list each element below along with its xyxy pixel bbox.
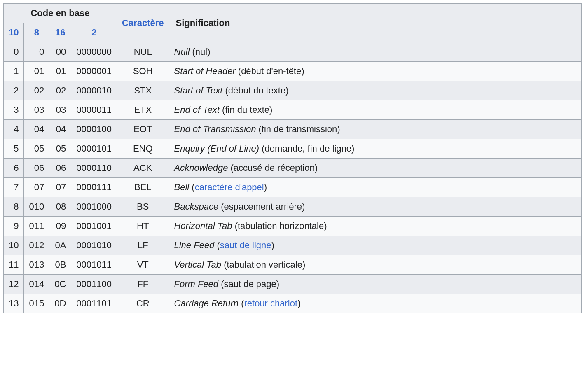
sig-text: (demande, fin de ligne) xyxy=(259,143,354,154)
cell-bin: 0001010 xyxy=(71,236,117,255)
sig-text: (début d'en-tête) xyxy=(236,66,304,76)
cell-bin: 0000111 xyxy=(71,178,117,197)
cell-dec: 11 xyxy=(4,255,24,275)
header-signification: Signification xyxy=(169,4,582,42)
cell-signification: Start of Header (début d'en-tête) xyxy=(169,62,582,81)
cell-char: EOT xyxy=(117,120,169,139)
cell-bin: 0000101 xyxy=(71,139,117,159)
sig-link[interactable]: saut de ligne xyxy=(220,240,271,250)
sig-italic: Start of Header xyxy=(174,66,236,76)
header-base8-link[interactable]: 8 xyxy=(34,27,39,37)
cell-signification: End of Text (fin du texte) xyxy=(169,100,582,120)
cell-hex: 01 xyxy=(49,62,71,81)
cell-bin: 0000110 xyxy=(71,159,117,178)
cell-dec: 2 xyxy=(4,81,24,100)
cell-dec: 6 xyxy=(4,159,24,178)
header-base10-link[interactable]: 10 xyxy=(9,27,19,37)
cell-signification: Vertical Tab (tabulation verticale) xyxy=(169,255,582,275)
cell-hex: 09 xyxy=(49,217,71,236)
cell-dec: 3 xyxy=(4,100,24,120)
cell-dec: 5 xyxy=(4,139,24,159)
cell-bin: 0001000 xyxy=(71,197,117,217)
cell-char: BEL xyxy=(117,178,169,197)
sig-italic: Horizontal Tab xyxy=(174,221,232,231)
sig-text-post: ) xyxy=(297,298,300,308)
cell-bin: 0000000 xyxy=(71,42,117,62)
sig-text: (fin de transmission) xyxy=(256,124,340,134)
table-row: 100120A0001010LFLine Feed (saut de ligne… xyxy=(4,236,582,255)
sig-link[interactable]: caractère d'appel xyxy=(195,182,264,192)
cell-oct: 010 xyxy=(24,197,49,217)
header-base16-link[interactable]: 16 xyxy=(55,27,65,37)
sig-italic: Start of Text xyxy=(174,85,223,96)
sig-text-post: ) xyxy=(271,240,274,250)
table-row: 9011090001001HTHorizontal Tab (tabulatio… xyxy=(4,217,582,236)
cell-signification: Start of Text (début du texte) xyxy=(169,81,582,100)
table-row: 707070000111BELBell (caractère d'appel) xyxy=(4,178,582,197)
cell-signification: Backspace (espacement arrière) xyxy=(169,197,582,217)
cell-dec: 10 xyxy=(4,236,24,255)
table-row: 101010000001SOHStart of Header (début d'… xyxy=(4,62,582,81)
cell-oct: 06 xyxy=(24,159,49,178)
sig-italic: Backspace xyxy=(174,201,219,212)
cell-char: ENQ xyxy=(117,139,169,159)
cell-hex: 00 xyxy=(49,42,71,62)
cell-hex: 05 xyxy=(49,139,71,159)
sig-text: (espacement arrière) xyxy=(218,201,305,212)
sig-italic: End of Text xyxy=(174,105,220,115)
header-base16: 16 xyxy=(49,23,71,42)
sig-link[interactable]: retour chariot xyxy=(244,298,297,308)
cell-char: ETX xyxy=(117,100,169,120)
cell-hex: 08 xyxy=(49,197,71,217)
cell-oct: 03 xyxy=(24,100,49,120)
cell-signification: Enquiry (End of Line) (demande, fin de l… xyxy=(169,139,582,159)
sig-text: (début du texte) xyxy=(222,85,288,96)
table-row: 606060000110ACKAcknowledge (accusé de ré… xyxy=(4,159,582,178)
sig-italic: Enquiry (End of Line) xyxy=(174,143,260,154)
cell-hex: 02 xyxy=(49,81,71,100)
sig-italic: End of Transmission xyxy=(174,124,256,134)
cell-oct: 07 xyxy=(24,178,49,197)
cell-dec: 12 xyxy=(4,275,24,294)
header-base2: 2 xyxy=(71,23,117,42)
cell-signification: Bell (caractère d'appel) xyxy=(169,178,582,197)
cell-bin: 0001101 xyxy=(71,294,117,313)
cell-dec: 7 xyxy=(4,178,24,197)
cell-char: FF xyxy=(117,275,169,294)
cell-bin: 0001001 xyxy=(71,217,117,236)
sig-text: ( xyxy=(214,240,220,250)
cell-hex: 0C xyxy=(49,275,71,294)
sig-text: (tabulation verticale) xyxy=(221,259,305,270)
cell-bin: 0001011 xyxy=(71,255,117,275)
table-row: 303030000011ETXEnd of Text (fin du texte… xyxy=(4,100,582,120)
table-row: 202020000010STXStart of Text (début du t… xyxy=(4,81,582,100)
cell-oct: 04 xyxy=(24,120,49,139)
cell-char: BS xyxy=(117,197,169,217)
cell-bin: 0000100 xyxy=(71,120,117,139)
sig-italic: Acknowledge xyxy=(174,163,228,173)
cell-hex: 0D xyxy=(49,294,71,313)
cell-bin: 0000011 xyxy=(71,100,117,120)
sig-italic: Vertical Tab xyxy=(174,259,222,270)
header-char-link[interactable]: Caractère xyxy=(122,18,164,28)
cell-char: ACK xyxy=(117,159,169,178)
table-row: 00000000000NULNull (nul) xyxy=(4,42,582,62)
table-row: 130150D0001101CRCarriage Return (retour … xyxy=(4,294,582,313)
cell-signification: End of Transmission (fin de transmission… xyxy=(169,120,582,139)
cell-oct: 012 xyxy=(24,236,49,255)
cell-signification: Carriage Return (retour chariot) xyxy=(169,294,582,313)
sig-italic: Carriage Return xyxy=(174,298,239,308)
cell-hex: 03 xyxy=(49,100,71,120)
cell-char: SOH xyxy=(117,62,169,81)
table-row: 120140C0001100FFForm Feed (saut de page) xyxy=(4,275,582,294)
header-base2-link[interactable]: 2 xyxy=(91,27,96,37)
cell-signification: Form Feed (saut de page) xyxy=(169,275,582,294)
cell-signification: Horizontal Tab (tabulation horizontale) xyxy=(169,217,582,236)
cell-oct: 01 xyxy=(24,62,49,81)
sig-text: (nul) xyxy=(190,47,210,57)
cell-hex: 0A xyxy=(49,236,71,255)
table-row: 505050000101ENQEnquiry (End of Line) (de… xyxy=(4,139,582,159)
cell-char: STX xyxy=(117,81,169,100)
table-row: 8010080001000BSBackspace (espacement arr… xyxy=(4,197,582,217)
cell-signification: Null (nul) xyxy=(169,42,582,62)
